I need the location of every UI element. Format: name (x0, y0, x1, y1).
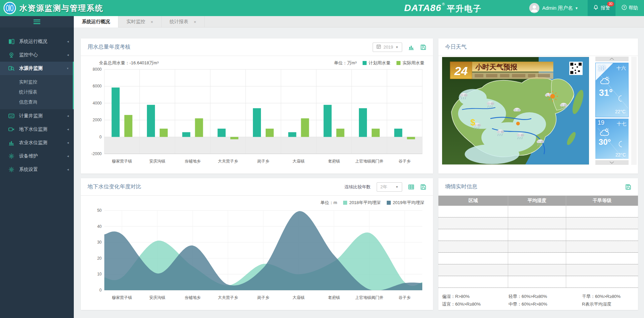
meter-icon (8, 113, 15, 119)
table-cell (566, 206, 638, 217)
unit-label: 单位：万m³ (334, 60, 357, 66)
drought-legend-note: R表示平均湿度 (582, 301, 638, 308)
cloud-sun-icon (600, 76, 610, 86)
save-button[interactable] (420, 184, 426, 190)
weather-card[interactable]: 19十七30°22°C (595, 119, 629, 159)
weather-low-temp: 22°C (615, 152, 626, 157)
sidebar-subitem[interactable]: 统计报表 (0, 87, 73, 97)
compare-years-select[interactable]: 2年 ▼ (377, 182, 402, 192)
cloud-sun-icon (599, 128, 609, 138)
bar (147, 105, 155, 137)
sidebar-item[interactable]: 系统运行概况◄ (0, 35, 74, 48)
weather-map: $ 24 小时天气预报 (442, 57, 589, 165)
table-cell (508, 217, 566, 229)
page-title: 水资源监测与管理系统 (19, 3, 103, 13)
alarm-count-badge: 30 (607, 2, 614, 6)
sidebar: 系统运行概况◄监控中心◄水源井监测▾实时监控统计报表信息查询计量井监测◄地下水位… (0, 27, 74, 318)
menu-group: 计量井监测◄ (0, 109, 74, 123)
sidebar-item[interactable]: 水源井监测▾ (0, 62, 73, 75)
user-menu[interactable]: Admin 用户名 ▼ (529, 3, 578, 13)
svg-text:2000: 2000 (93, 118, 102, 122)
legend-swatch (363, 61, 367, 65)
year-select[interactable]: 2019 ▼ (373, 43, 402, 52)
svg-text:40: 40 (97, 224, 102, 229)
sidebar-item-label: 地下水位监测 (19, 126, 47, 132)
sidebar-item-label: 农业水位监测 (19, 140, 47, 146)
tab-label: 系统运行概况 (82, 19, 110, 25)
panel-water-usage: 用水总量年度考核 2019 (81, 39, 433, 174)
svg-text:10: 10 (97, 272, 102, 276)
panel-groundwater: 地下水位变化年度对比 连续比较年数 2年 ▼ (81, 178, 433, 310)
save-button[interactable] (420, 44, 426, 50)
tab-label: 统计报表 (170, 19, 189, 25)
alarm-bell-icon (593, 5, 599, 12)
scroll-down-button[interactable] (595, 160, 629, 165)
app-logo-icon (3, 2, 16, 14)
sidebar-item[interactable]: 设备维护◄ (0, 149, 74, 163)
compare-years-value: 2年 (380, 184, 387, 190)
tab-close-icon[interactable]: × (151, 19, 153, 24)
panel-title: 用水总量年度考核 (88, 44, 130, 51)
sidebar-item[interactable]: 计量井监测◄ (0, 109, 74, 123)
sidebar-item[interactable]: 农业水位监测◄ (0, 136, 74, 149)
sidebar-item[interactable]: 系统设置◄ (0, 163, 74, 176)
chevron-left-icon: ◄ (66, 141, 69, 144)
legend-swatch (396, 61, 400, 65)
sidebar-subitem[interactable]: 实时监控 (0, 77, 73, 87)
tab-close-icon[interactable]: × (194, 19, 197, 24)
table-cell (566, 241, 638, 252)
svg-text:安庆沟镇: 安庆沟镇 (149, 295, 165, 300)
chevron-down-icon: ▾ (67, 67, 68, 70)
sidebar-toggle-button[interactable] (0, 16, 74, 27)
chevron-left-icon: ◄ (66, 40, 69, 43)
legend-item: 实际用水量 (396, 60, 424, 66)
sidebar-item[interactable]: 地下水位监测◄ (0, 123, 74, 136)
soil-column-header: 干旱等级 (566, 196, 638, 206)
chevron-left-icon: ◄ (66, 114, 69, 118)
table-cell (438, 264, 508, 276)
chevron-up-icon (609, 58, 614, 60)
camera-icon (8, 52, 15, 58)
tab[interactable]: 实时监控× (118, 16, 162, 27)
svg-text:岗子乡: 岗子乡 (257, 295, 269, 300)
legend-swatch (343, 201, 347, 205)
chevron-down-icon: ▼ (395, 46, 398, 49)
save-button[interactable] (625, 184, 631, 190)
weather-card[interactable]: 18十六31°22°C (595, 63, 629, 117)
table-view-button[interactable] (408, 184, 414, 190)
sidebar-item-label: 系统设置 (19, 167, 38, 173)
help-label: 帮助 (629, 5, 638, 11)
bar (218, 129, 226, 137)
menu-group: 监控中心◄ (0, 48, 74, 62)
top-header: 水资源监测与管理系统 DATA86 ® 平升电子 Admin 用户名 ▼ (0, 0, 644, 16)
sidebar-item[interactable]: 监控中心◄ (0, 48, 74, 62)
tab[interactable]: 系统运行概况 (74, 16, 118, 27)
groundwater-area-chart: 01020304050穆家营子镇安庆沟镇当铺地乡大夫营子乡岗子乡大庙镇老府镇上官… (88, 206, 426, 306)
table-cell (508, 241, 566, 252)
tab[interactable]: 统计报表× (162, 16, 205, 27)
alarm-button[interactable]: 报警 30 (588, 0, 615, 16)
svg-text:上官地镇阀门井: 上官地镇阀门井 (355, 295, 383, 300)
weather-day: 18 (598, 64, 605, 72)
weather-lunar-day: 十六 (616, 65, 626, 71)
help-button[interactable]: ? 帮助 (615, 5, 644, 11)
tab-label: 实时监控 (126, 19, 145, 25)
menu-group: 农业水位监测◄ (0, 136, 74, 149)
scrollbar-track[interactable] (631, 57, 637, 165)
table-cell (438, 217, 508, 229)
chevron-left-icon: ◄ (66, 154, 69, 158)
chart-view-button[interactable] (408, 44, 414, 50)
svg-text:30: 30 (97, 240, 102, 245)
table-row (438, 241, 638, 253)
sidebar-item-label: 设备维护 (19, 153, 38, 159)
table-cell (438, 276, 508, 288)
brand-logo: DATA86 ® 平升电子 (404, 0, 482, 16)
sidebar-subitem[interactable]: 信息查询 (0, 97, 73, 107)
tab-list: 系统运行概况实时监控×统计报表× (74, 16, 205, 27)
scroll-up-button[interactable] (595, 57, 629, 61)
barchart-icon (8, 139, 15, 146)
bar (359, 108, 367, 137)
chevron-down-icon: ▼ (575, 6, 578, 10)
chevron-down-icon (609, 161, 614, 164)
legend-label: 2018年平均埋深 (349, 200, 381, 206)
